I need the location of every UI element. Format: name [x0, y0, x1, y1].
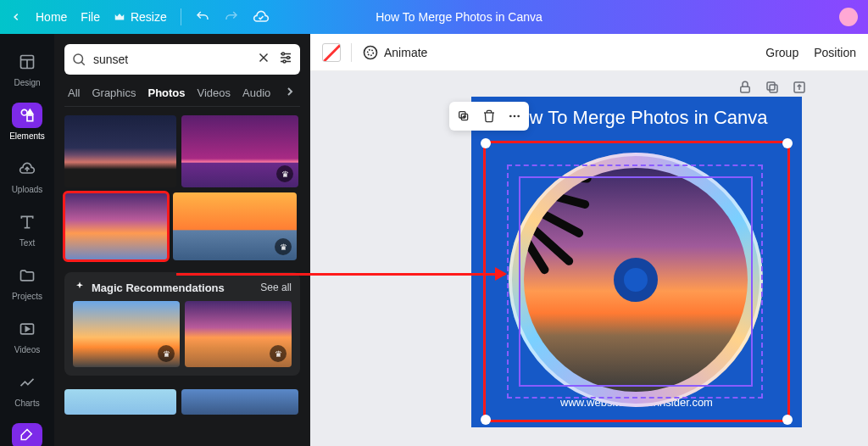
position-button[interactable]: Position: [814, 46, 856, 59]
rail-design[interactable]: Design: [0, 41, 54, 94]
rail-elements[interactable]: Elements: [0, 94, 54, 148]
rail-projects-label: Projects: [12, 292, 42, 301]
svg-point-30: [509, 115, 512, 118]
file-menu[interactable]: File: [81, 10, 100, 24]
rail-videos[interactable]: Videos: [0, 308, 54, 361]
svg-point-16: [282, 53, 285, 55]
photos-grid: ♛ ♛: [64, 115, 300, 260]
element-toolbar: [449, 102, 529, 131]
magic-recommendations: Magic Recommendations See all ♛ ♛: [64, 272, 300, 376]
premium-badge: ♛: [158, 345, 175, 362]
canvas-area: How To Merge Photos in Canva www.website…: [310, 71, 868, 446]
layout-icon: [19, 53, 36, 70]
color-none-swatch[interactable]: [322, 43, 341, 62]
resize-handle-bl[interactable]: [481, 415, 491, 425]
photo-thumb[interactable]: [181, 389, 298, 415]
tabs-scroll-right[interactable]: [283, 85, 297, 101]
rail-uploads[interactable]: Uploads: [0, 148, 54, 201]
rail-videos-label: Videos: [14, 345, 40, 354]
tutorial-arrow: [176, 273, 505, 276]
export-button[interactable]: [792, 80, 807, 98]
trash-icon: [482, 109, 496, 123]
resize-handle-tr[interactable]: [782, 138, 793, 148]
tab-all[interactable]: All: [68, 86, 80, 99]
rail-projects[interactable]: Projects: [0, 254, 54, 308]
search-bar: [64, 44, 300, 75]
upload-icon: [792, 80, 807, 95]
more-element-button[interactable]: [504, 105, 526, 127]
photo-thumb[interactable]: ♛: [173, 192, 297, 260]
tab-photos[interactable]: Photos: [147, 86, 185, 99]
delete-element-button[interactable]: [478, 105, 500, 127]
lock-button[interactable]: [737, 80, 753, 98]
copy-icon: [765, 80, 780, 95]
svg-point-9: [74, 54, 83, 64]
search-input[interactable]: [93, 53, 249, 66]
svg-line-10: [81, 62, 85, 65]
resize-label: Resize: [131, 10, 167, 24]
tab-videos[interactable]: Videos: [198, 86, 231, 99]
document-title[interactable]: How To Merge Photos in Canva: [376, 10, 542, 24]
search-filters-button[interactable]: [278, 50, 293, 69]
chevron-right-icon: [283, 85, 297, 98]
duplicate-button[interactable]: [765, 80, 780, 98]
photo-thumb[interactable]: ♛: [185, 301, 292, 367]
rail-draw[interactable]: Draw (Beta): [0, 415, 54, 446]
selection-box[interactable]: [483, 141, 790, 422]
magic-title: Magic Recommendations: [92, 282, 225, 294]
resize-button[interactable]: Resize: [114, 10, 167, 24]
pen-icon: [19, 428, 35, 443]
video-icon: [19, 321, 36, 337]
photo-thumb[interactable]: [64, 115, 176, 187]
left-rail: Design Elements Uploads Text Projects Vi…: [0, 34, 54, 446]
photo-thumb[interactable]: [64, 389, 176, 415]
svg-rect-23: [767, 82, 775, 90]
duplicate-element-button[interactable]: [453, 105, 475, 127]
cloud-upload-icon: [19, 160, 36, 177]
animate-icon: [362, 44, 379, 61]
cloud-sync-button[interactable]: [253, 8, 270, 25]
clear-search-button[interactable]: [256, 50, 271, 69]
editor-toolbar: Animate Group Position: [310, 34, 868, 71]
user-avatar[interactable]: [839, 8, 858, 26]
undo-icon: [195, 9, 210, 25]
tab-graphics[interactable]: Graphics: [92, 86, 136, 99]
cloud-check-icon: [253, 8, 270, 25]
rail-uploads-label: Uploads: [12, 185, 43, 194]
photo-thumb[interactable]: ♛: [181, 115, 298, 187]
duplicate-icon: [457, 109, 470, 123]
premium-badge: ♛: [276, 165, 293, 182]
redo-icon: [224, 9, 239, 25]
premium-badge: ♛: [275, 238, 292, 255]
sliders-icon: [278, 50, 293, 65]
svg-rect-22: [770, 85, 777, 92]
svg-rect-21: [741, 86, 750, 92]
svg-point-20: [368, 49, 374, 55]
back-button[interactable]: [10, 11, 22, 23]
rail-charts[interactable]: Charts: [0, 361, 54, 415]
home-button[interactable]: Home: [36, 10, 67, 24]
rail-charts-label: Charts: [14, 399, 39, 408]
photo-thumb-selected[interactable]: [64, 192, 168, 260]
svg-point-32: [517, 115, 520, 118]
rail-text[interactable]: Text: [0, 201, 54, 254]
premium-badge: ♛: [270, 345, 287, 362]
group-button[interactable]: Group: [765, 46, 798, 59]
animate-label: Animate: [384, 46, 427, 59]
svg-point-17: [287, 57, 290, 59]
lock-icon: [737, 80, 753, 95]
undo-button[interactable]: [195, 9, 210, 25]
text-icon: [19, 214, 36, 231]
svg-point-31: [514, 115, 516, 118]
resize-handle-br[interactable]: [782, 415, 793, 425]
photo-thumb[interactable]: ♛: [73, 301, 180, 367]
magic-see-all[interactable]: See all: [260, 282, 292, 293]
category-tabs: All Graphics Photos Videos Audio: [64, 83, 300, 107]
svg-rect-4: [27, 115, 33, 121]
animate-button[interactable]: Animate: [362, 44, 427, 61]
sparkle-icon: [73, 281, 86, 294]
tab-audio[interactable]: Audio: [242, 86, 270, 99]
redo-button[interactable]: [224, 9, 239, 25]
resize-handle-tl[interactable]: [481, 138, 491, 148]
svg-point-19: [364, 46, 377, 59]
